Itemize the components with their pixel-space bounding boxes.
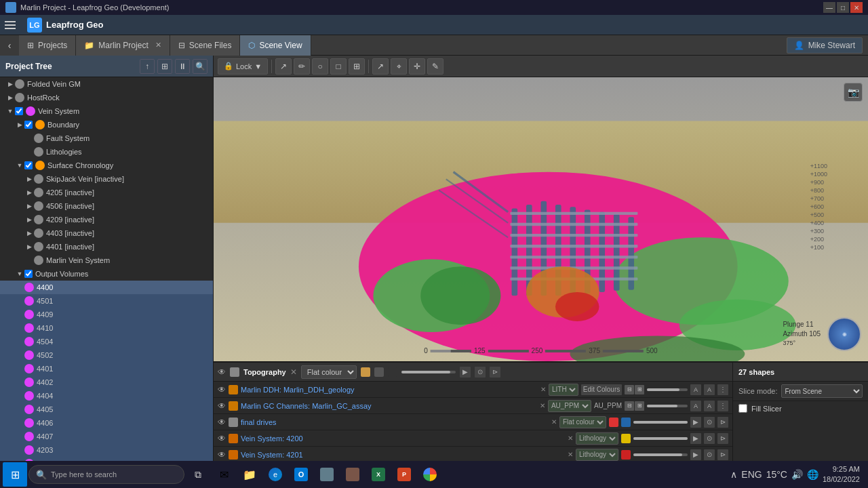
taskbar-app-2[interactable] [340,462,365,487]
tree-item-o4401[interactable]: 4401 [0,362,213,375]
seg-icon-2[interactable]: ⊞ [635,385,644,394]
tree-item-surface-chrono[interactable]: ▼ Surface Chronology [0,159,213,172]
tool-grid[interactable]: ⊞ [349,58,365,75]
tree-pause-btn[interactable]: ⏸ [175,59,190,74]
layer-play-btn[interactable]: ▶ [690,433,701,444]
seg-icon-1[interactable]: ⊟ [625,401,634,411]
tree-item-output-volumes[interactable]: ▼ Output Volumes [0,267,213,281]
layer-more-btn[interactable]: ⋮ [717,401,728,411]
tree-expand-btn[interactable]: ⊞ [157,59,172,74]
seg-icon-1[interactable]: ⊟ [625,385,634,394]
layer-type-select[interactable]: Lithology [576,449,618,461]
layer-play-btn[interactable]: ▶ [460,367,471,378]
tool-draw[interactable]: ✎ [427,58,443,75]
layer-play-btn[interactable]: A [690,401,701,411]
tool-move[interactable]: ✛ [409,58,425,75]
opacity-slider[interactable] [633,421,688,424]
layer-type-select[interactable]: LITH [549,384,578,396]
layer-link[interactable]: Vein System: 4201 [241,451,303,459]
layer-text-btn[interactable]: A [704,401,715,411]
layer-link[interactable]: Marlin DDH: Marlin_DDH_geology [241,386,355,394]
taskbar-app-edge[interactable]: e [263,462,288,487]
layer-close[interactable]: ✕ [540,386,546,393]
taskbar-app-outlook[interactable]: O [289,462,313,487]
layer-type-select[interactable]: Lithology [576,432,618,445]
volume-icon[interactable]: 🔊 [791,469,803,480]
tree-item-o4406[interactable]: 4406 [0,416,213,430]
layer-vis-btn[interactable]: 👁 [218,434,226,443]
tree-item-o4402[interactable]: 4402 [0,375,213,389]
layer-close[interactable]: ✕ [540,402,545,409]
taskbar-app-task-view[interactable]: ⧉ [186,462,210,487]
tab-scene-files[interactable]: ⊟ Scene Files [170,35,241,56]
tree-item-o4501[interactable]: 4501 [0,294,213,308]
layer-type-select[interactable]: Flat colour [559,416,606,428]
taskbar-app-1[interactable] [315,462,339,487]
hamburger-menu[interactable] [3,18,18,33]
tray-icon-1[interactable]: ∧ [730,469,737,480]
taskbar-app-explorer[interactable]: 📁 [237,462,262,487]
edit-colours-btn[interactable]: Edit Colours [581,384,622,395]
layer-play-btn[interactable]: A [690,384,701,395]
tree-item-o4409[interactable]: 4409 [0,308,213,321]
layer-vis-btn[interactable]: 👁 [218,418,226,427]
minimize-button[interactable]: — [823,2,835,13]
tree-item-o4404[interactable]: 4404 [0,389,213,403]
taskbar-search[interactable]: 🔍 Type here to search [28,465,184,484]
layer-fwd-btn[interactable]: ⊳ [490,367,500,378]
layer-anim-btn[interactable]: ⊙ [704,433,715,444]
tree-item-fault-system[interactable]: Fault System [0,131,213,145]
opacity-slider[interactable] [633,453,688,456]
tree-item-o4407[interactable]: 4407 [0,430,213,443]
layer-link[interactable]: Vein System: 4200 [241,434,303,443]
layer-vis-btn[interactable]: 👁 [218,401,226,411]
layer-type-select[interactable]: AU_PPM [548,400,591,412]
layer-close[interactable]: ✕ [568,451,573,458]
opacity-slider[interactable] [633,437,688,440]
lock-button[interactable]: 🔒 Lock ▼ [218,58,268,75]
tree-sort-btn[interactable]: ↑ [140,59,155,74]
layer-play-btn[interactable]: ▶ [690,417,701,428]
tree-item-boundary[interactable]: ▶ Boundary [0,118,213,131]
layer-anim-btn[interactable]: ⊙ [704,417,715,428]
tool-square[interactable]: □ [330,58,347,75]
layer-text-btn[interactable]: A [704,384,715,395]
network-icon[interactable]: 🌐 [807,469,818,480]
tree-checkbox[interactable] [24,161,33,169]
layer-vis-btn[interactable]: 👁 [218,450,226,460]
tree-checkbox[interactable] [15,107,23,115]
opacity-slider[interactable] [647,388,688,391]
maximize-button[interactable]: □ [837,2,849,13]
layer-fwd-btn[interactable]: ⊳ [717,449,728,460]
tree-item-4506[interactable]: ▶ 4506 [inactive] [0,199,213,213]
tab-marlin-project[interactable]: 📁 Marlin Project ✕ [76,35,170,56]
tool-pencil[interactable]: ✏ [294,58,310,75]
fill-slicer-checkbox[interactable] [738,404,747,413]
start-button[interactable]: ⊞ [3,462,27,487]
tab-marlin-close[interactable]: ✕ [155,41,161,49]
layer-play-btn[interactable]: ▶ [690,449,701,460]
tree-item-4209[interactable]: ▶ 4209 [inactive] [0,213,213,226]
tree-item-vein-system[interactable]: ▼ Vein System [0,104,213,118]
layer-link[interactable]: Marlin GC Channels: Marlin_GC_assay [241,402,372,410]
taskbar-app-ppt[interactable]: P [392,462,416,487]
layer-close[interactable]: ✕ [551,418,557,426]
layer-close[interactable]: ✕ [568,434,573,442]
tree-item-4205[interactable]: ▶ 4205 [inactive] [0,186,213,199]
tab-nav-back[interactable]: ‹ [0,35,19,56]
tree-item-o4405[interactable]: 4405 [0,403,213,416]
profile-btn[interactable]: 👤 Mike Stewart [787,37,863,54]
tab-projects[interactable]: ⊞ Projects [19,35,76,56]
tab-scene-view[interactable]: ⬡ Scene View [240,35,311,56]
topo-close-btn[interactable]: ✕ [290,367,297,377]
tool-select[interactable]: ↗ [372,58,389,75]
tree-item-o4203[interactable]: 4203 [0,443,213,457]
layer-more-btn[interactable]: ⋮ [717,384,728,395]
tree-item-o4410[interactable]: 4410 [0,321,213,335]
tree-checkbox[interactable] [24,121,33,129]
tree-item-host-rock[interactable]: ▶ HostRock [0,91,213,104]
camera-button[interactable]: 📷 [844,83,863,102]
opacity-slider[interactable] [647,405,688,407]
tree-search-btn[interactable]: 🔍 [193,59,208,74]
tree-item-4403[interactable]: ▶ 4403 [inactive] [0,226,213,240]
